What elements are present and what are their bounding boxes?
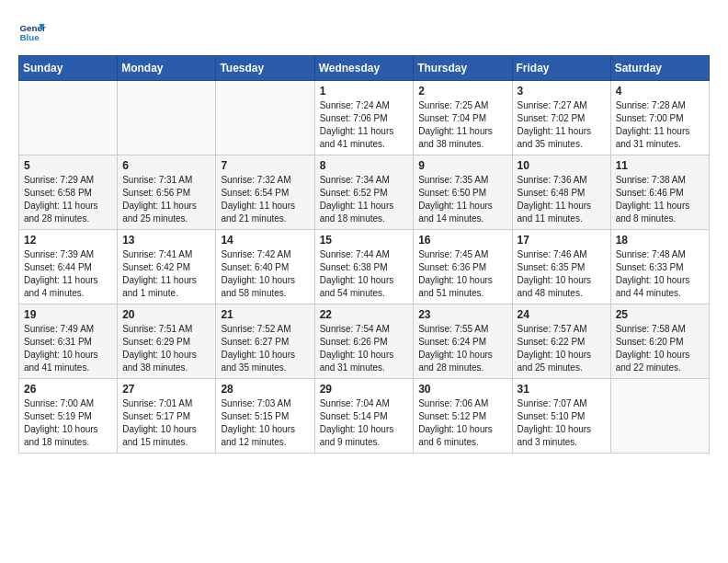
calendar-cell: 4Sunrise: 7:28 AM Sunset: 7:00 PM Daylig… <box>610 81 709 155</box>
day-info: Sunrise: 7:00 AM Sunset: 5:19 PM Dayligh… <box>24 397 112 449</box>
day-number: 12 <box>24 234 112 247</box>
day-info: Sunrise: 7:01 AM Sunset: 5:17 PM Dayligh… <box>122 397 210 449</box>
calendar-cell: 1Sunrise: 7:24 AM Sunset: 7:06 PM Daylig… <box>314 81 414 155</box>
logo: General Blue <box>18 18 46 46</box>
day-info: Sunrise: 7:44 AM Sunset: 6:38 PM Dayligh… <box>320 248 409 300</box>
day-info: Sunrise: 7:32 AM Sunset: 6:54 PM Dayligh… <box>221 174 309 225</box>
calendar-cell: 23Sunrise: 7:55 AM Sunset: 6:24 PM Dayli… <box>414 304 512 379</box>
calendar-cell: 30Sunrise: 7:06 AM Sunset: 5:12 PM Dayli… <box>414 379 512 454</box>
calendar-week-row: 26Sunrise: 7:00 AM Sunset: 5:19 PM Dayli… <box>19 379 710 454</box>
calendar-cell: 21Sunrise: 7:52 AM Sunset: 6:27 PM Dayli… <box>216 304 314 379</box>
day-info: Sunrise: 7:27 AM Sunset: 7:02 PM Dayligh… <box>518 99 606 151</box>
col-header-tuesday: Tuesday <box>216 56 314 81</box>
day-info: Sunrise: 7:25 AM Sunset: 7:04 PM Dayligh… <box>418 99 506 151</box>
day-info: Sunrise: 7:41 AM Sunset: 6:42 PM Dayligh… <box>122 248 210 300</box>
day-number: 7 <box>221 159 309 172</box>
day-number: 20 <box>122 308 210 321</box>
day-info: Sunrise: 7:57 AM Sunset: 6:22 PM Dayligh… <box>518 323 606 374</box>
calendar-cell: 5Sunrise: 7:29 AM Sunset: 6:58 PM Daylig… <box>19 155 118 230</box>
calendar-cell: 22Sunrise: 7:54 AM Sunset: 6:26 PM Dayli… <box>314 304 414 379</box>
calendar-cell <box>118 81 216 155</box>
calendar-cell: 24Sunrise: 7:57 AM Sunset: 6:22 PM Dayli… <box>512 304 610 379</box>
day-info: Sunrise: 7:42 AM Sunset: 6:40 PM Dayligh… <box>221 248 309 300</box>
calendar-week-row: 19Sunrise: 7:49 AM Sunset: 6:31 PM Dayli… <box>19 304 710 379</box>
calendar-week-row: 1Sunrise: 7:24 AM Sunset: 7:06 PM Daylig… <box>19 81 710 155</box>
calendar-cell: 10Sunrise: 7:36 AM Sunset: 6:48 PM Dayli… <box>512 155 610 230</box>
day-number: 19 <box>24 308 112 321</box>
day-info: Sunrise: 7:36 AM Sunset: 6:48 PM Dayligh… <box>518 174 606 225</box>
day-number: 1 <box>320 85 409 98</box>
header: General Blue <box>18 18 710 46</box>
calendar-cell: 16Sunrise: 7:45 AM Sunset: 6:36 PM Dayli… <box>414 230 512 304</box>
col-header-saturday: Saturday <box>610 56 709 81</box>
calendar-cell: 11Sunrise: 7:38 AM Sunset: 6:46 PM Dayli… <box>610 155 709 230</box>
day-number: 3 <box>518 85 606 98</box>
calendar-cell: 27Sunrise: 7:01 AM Sunset: 5:17 PM Dayli… <box>118 379 216 454</box>
day-number: 22 <box>320 308 409 321</box>
col-header-sunday: Sunday <box>19 56 118 81</box>
day-info: Sunrise: 7:54 AM Sunset: 6:26 PM Dayligh… <box>320 323 409 374</box>
day-number: 10 <box>518 159 606 172</box>
day-number: 23 <box>418 308 506 321</box>
day-number: 17 <box>518 234 606 247</box>
calendar-cell: 19Sunrise: 7:49 AM Sunset: 6:31 PM Dayli… <box>19 304 118 379</box>
calendar-cell: 25Sunrise: 7:58 AM Sunset: 6:20 PM Dayli… <box>610 304 709 379</box>
calendar-cell: 15Sunrise: 7:44 AM Sunset: 6:38 PM Dayli… <box>314 230 414 304</box>
day-number: 27 <box>122 383 210 396</box>
day-info: Sunrise: 7:51 AM Sunset: 6:29 PM Dayligh… <box>122 323 210 374</box>
day-info: Sunrise: 7:45 AM Sunset: 6:36 PM Dayligh… <box>418 248 506 300</box>
day-number: 16 <box>418 234 506 247</box>
day-info: Sunrise: 7:58 AM Sunset: 6:20 PM Dayligh… <box>616 323 704 374</box>
day-info: Sunrise: 7:55 AM Sunset: 6:24 PM Dayligh… <box>418 323 506 374</box>
day-number: 14 <box>221 234 309 247</box>
day-info: Sunrise: 7:04 AM Sunset: 5:14 PM Dayligh… <box>320 397 409 449</box>
day-info: Sunrise: 7:35 AM Sunset: 6:50 PM Dayligh… <box>418 174 506 225</box>
day-number: 18 <box>616 234 704 247</box>
day-info: Sunrise: 7:49 AM Sunset: 6:31 PM Dayligh… <box>24 323 112 374</box>
calendar-cell: 14Sunrise: 7:42 AM Sunset: 6:40 PM Dayli… <box>216 230 314 304</box>
day-number: 28 <box>221 383 309 396</box>
calendar-cell: 29Sunrise: 7:04 AM Sunset: 5:14 PM Dayli… <box>314 379 414 454</box>
day-info: Sunrise: 7:06 AM Sunset: 5:12 PM Dayligh… <box>418 397 506 449</box>
day-info: Sunrise: 7:31 AM Sunset: 6:56 PM Dayligh… <box>122 174 210 225</box>
col-header-wednesday: Wednesday <box>314 56 414 81</box>
day-number: 13 <box>122 234 210 247</box>
day-info: Sunrise: 7:28 AM Sunset: 7:00 PM Dayligh… <box>616 99 704 151</box>
calendar-cell: 28Sunrise: 7:03 AM Sunset: 5:15 PM Dayli… <box>216 379 314 454</box>
calendar-cell: 18Sunrise: 7:48 AM Sunset: 6:33 PM Dayli… <box>610 230 709 304</box>
day-info: Sunrise: 7:07 AM Sunset: 5:10 PM Dayligh… <box>518 397 606 449</box>
day-number: 21 <box>221 308 309 321</box>
calendar-cell <box>216 81 314 155</box>
calendar-week-row: 5Sunrise: 7:29 AM Sunset: 6:58 PM Daylig… <box>19 155 710 230</box>
day-info: Sunrise: 7:03 AM Sunset: 5:15 PM Dayligh… <box>221 397 309 449</box>
day-number: 2 <box>418 85 506 98</box>
day-info: Sunrise: 7:34 AM Sunset: 6:52 PM Dayligh… <box>320 174 409 225</box>
calendar-cell: 13Sunrise: 7:41 AM Sunset: 6:42 PM Dayli… <box>118 230 216 304</box>
calendar-cell: 2Sunrise: 7:25 AM Sunset: 7:04 PM Daylig… <box>414 81 512 155</box>
col-header-friday: Friday <box>512 56 610 81</box>
calendar-week-row: 12Sunrise: 7:39 AM Sunset: 6:44 PM Dayli… <box>19 230 710 304</box>
col-header-monday: Monday <box>118 56 216 81</box>
calendar-cell <box>19 81 118 155</box>
day-info: Sunrise: 7:48 AM Sunset: 6:33 PM Dayligh… <box>616 248 704 300</box>
day-number: 11 <box>616 159 704 172</box>
day-number: 5 <box>24 159 112 172</box>
calendar: SundayMondayTuesdayWednesdayThursdayFrid… <box>18 55 710 454</box>
day-info: Sunrise: 7:38 AM Sunset: 6:46 PM Dayligh… <box>616 174 704 225</box>
calendar-cell <box>610 379 709 454</box>
calendar-cell: 17Sunrise: 7:46 AM Sunset: 6:35 PM Dayli… <box>512 230 610 304</box>
day-number: 31 <box>518 383 606 396</box>
calendar-header-row: SundayMondayTuesdayWednesdayThursdayFrid… <box>19 56 710 81</box>
calendar-cell: 9Sunrise: 7:35 AM Sunset: 6:50 PM Daylig… <box>414 155 512 230</box>
day-info: Sunrise: 7:52 AM Sunset: 6:27 PM Dayligh… <box>221 323 309 374</box>
calendar-cell: 26Sunrise: 7:00 AM Sunset: 5:19 PM Dayli… <box>19 379 118 454</box>
calendar-cell: 6Sunrise: 7:31 AM Sunset: 6:56 PM Daylig… <box>118 155 216 230</box>
col-header-thursday: Thursday <box>414 56 512 81</box>
svg-text:Blue: Blue <box>20 32 40 42</box>
day-info: Sunrise: 7:46 AM Sunset: 6:35 PM Dayligh… <box>518 248 606 300</box>
day-number: 8 <box>320 159 409 172</box>
day-number: 26 <box>24 383 112 396</box>
calendar-cell: 20Sunrise: 7:51 AM Sunset: 6:29 PM Dayli… <box>118 304 216 379</box>
day-info: Sunrise: 7:29 AM Sunset: 6:58 PM Dayligh… <box>24 174 112 225</box>
calendar-cell: 8Sunrise: 7:34 AM Sunset: 6:52 PM Daylig… <box>314 155 414 230</box>
